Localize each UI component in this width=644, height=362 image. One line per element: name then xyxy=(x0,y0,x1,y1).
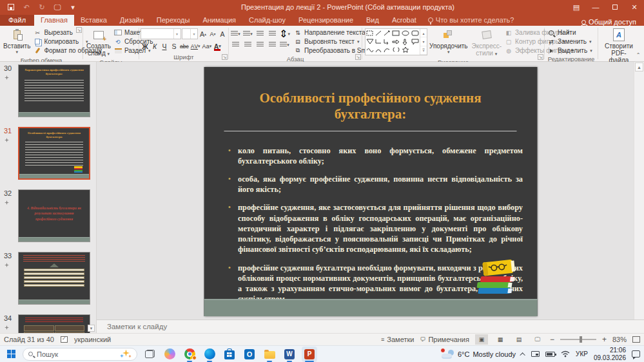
battery-icon[interactable] xyxy=(545,352,555,357)
minimize-button[interactable]: — xyxy=(586,0,605,14)
thumbnail-scroll-down-icon[interactable]: ▼ xyxy=(88,325,95,332)
new-slide-button[interactable]: Создатьслайд ▾ xyxy=(84,27,113,58)
normal-view-button[interactable]: ▣ xyxy=(475,334,488,345)
notes-toggle-button[interactable]: ≡Заметки xyxy=(381,336,414,343)
tell-me-box[interactable]: Что вы хотите сделать? xyxy=(423,15,520,26)
powerpoint-button[interactable]: P xyxy=(302,347,317,362)
bullets-button[interactable]: ▾ xyxy=(230,29,241,39)
keyboard-language[interactable]: УКР xyxy=(576,350,588,357)
ribbon-display-options-icon[interactable]: ▤ xyxy=(567,0,586,14)
redo-icon[interactable]: ↻ xyxy=(37,3,46,11)
zoom-in-icon[interactable]: + xyxy=(602,335,607,344)
tab-home[interactable]: Главная xyxy=(34,15,74,26)
restore-button[interactable] xyxy=(605,0,625,14)
slide-canvas[interactable]: Особливості професійного судження бухгал… xyxy=(204,67,537,316)
slide-thumbnail-33[interactable] xyxy=(18,252,90,305)
hidden-icons-chevron[interactable] xyxy=(520,352,525,357)
close-button[interactable]: ✕ xyxy=(625,0,644,14)
italic-button[interactable]: К xyxy=(150,41,159,51)
start-slideshow-icon[interactable]: 🖵 xyxy=(53,3,62,11)
create-pdf-button[interactable]: СтворитиPDF-файла xyxy=(600,27,638,65)
shapes-gallery-scroll[interactable]: ▴▾⊽ xyxy=(420,29,427,55)
strikethrough-button[interactable]: abc xyxy=(179,41,190,51)
font-size-combo[interactable]: ▾ xyxy=(182,28,198,39)
align-center-button[interactable] xyxy=(242,40,253,50)
outlook-button[interactable]: O xyxy=(242,347,257,362)
slide-thumbnail-34[interactable] xyxy=(18,314,90,333)
undo-icon[interactable]: ↶ xyxy=(22,3,31,11)
zoom-out-icon[interactable]: − xyxy=(550,335,554,344)
grow-font-button[interactable]: А▴ xyxy=(199,29,208,39)
bold-button[interactable]: Ж xyxy=(141,41,150,51)
chrome-button[interactable] xyxy=(182,347,197,362)
arrange-button[interactable]: Упорядочить▾ xyxy=(427,27,470,56)
edge-button[interactable] xyxy=(202,347,217,362)
slide-thumbnail-30[interactable]: Характеристика професійного судження бух… xyxy=(18,64,90,117)
task-view-button[interactable] xyxy=(142,347,157,362)
tab-acrobat[interactable]: Acrobat xyxy=(385,15,423,26)
slide-thumbnail-31-selected[interactable]: Особливості професійного судження бухгал… xyxy=(18,127,90,180)
paste-button[interactable]: Вставить▾ xyxy=(1,27,32,56)
tab-view[interactable]: Вид xyxy=(360,15,385,26)
increase-indent-button[interactable] xyxy=(267,29,278,39)
select-button[interactable]: Выделить▾ xyxy=(546,46,594,55)
slide-sorter-view-button[interactable]: ▦ xyxy=(494,334,507,345)
share-button[interactable]: Общий доступ xyxy=(581,18,644,26)
tab-review[interactable]: Рецензирование xyxy=(292,15,360,26)
clipboard-dialog-launcher[interactable]: ↘ xyxy=(76,27,82,33)
word-button[interactable]: W xyxy=(282,347,297,362)
quick-styles-button[interactable]: Экспресс-стили ▾ xyxy=(470,27,504,58)
taskbar-search-box[interactable]: Пошук xyxy=(23,348,137,361)
save-icon[interactable] xyxy=(6,3,15,11)
drawing-dialog-launcher[interactable]: ↘ xyxy=(538,54,543,60)
paragraph-dialog-launcher[interactable]: ↘ xyxy=(355,54,361,60)
line-spacing-button[interactable]: ⇕▾ xyxy=(279,29,290,39)
cast-icon[interactable] xyxy=(531,351,540,357)
copilot-button[interactable] xyxy=(162,347,177,362)
align-left-button[interactable] xyxy=(230,40,241,50)
collapse-ribbon-icon[interactable]: ⌃ xyxy=(635,52,641,59)
font-name-combo[interactable]: ▾ xyxy=(141,28,181,39)
notes-pane[interactable]: Заметки к слайду xyxy=(97,319,644,333)
numbering-button[interactable]: ▾ xyxy=(242,29,253,39)
font-dialog-launcher[interactable]: ↘ xyxy=(222,54,228,60)
reading-view-button[interactable]: ▤ xyxy=(512,334,525,345)
underline-button[interactable]: Ч xyxy=(160,41,169,51)
text-shadow-button[interactable]: S xyxy=(170,41,179,51)
proofing-icon[interactable] xyxy=(61,336,68,343)
wifi-icon[interactable] xyxy=(561,350,570,357)
scroll-up-icon[interactable]: ▲ xyxy=(635,62,643,71)
clock[interactable]: 21:06 09.03.2026 xyxy=(594,347,626,362)
slideshow-view-button[interactable]: 🖵 xyxy=(531,334,544,345)
tab-file[interactable]: Файл xyxy=(0,15,34,26)
slide-thumbnail-32[interactable]: 4. Відповідальність бухгалтера як резуль… xyxy=(18,189,90,242)
tab-transitions[interactable]: Переходы xyxy=(150,15,197,26)
change-case-button[interactable]: Аа▾ xyxy=(202,41,213,51)
customize-qat-icon[interactable]: ▾ xyxy=(68,3,77,11)
weather-widget[interactable]: 6°C Mostly cloudy xyxy=(442,350,516,359)
clear-formatting-button[interactable]: А xyxy=(218,29,227,39)
tab-slideshow[interactable]: Слайд-шоу xyxy=(242,15,292,26)
vertical-scrollbar[interactable]: ▲ xyxy=(634,62,644,319)
slide-title[interactable]: Особливості професійного судження бухгал… xyxy=(234,90,507,122)
shrink-font-button[interactable]: А▾ xyxy=(208,29,217,39)
align-right-button[interactable] xyxy=(255,40,266,50)
justify-button[interactable] xyxy=(267,40,278,50)
tab-design[interactable]: Дизайн xyxy=(113,15,150,26)
columns-button[interactable]: ▾ xyxy=(279,40,290,50)
zoom-slider[interactable] xyxy=(560,339,596,340)
language-indicator[interactable]: украинский xyxy=(74,336,111,343)
notification-center-icon[interactable] xyxy=(632,350,640,357)
comments-toggle-button[interactable]: 🗩Примечания xyxy=(420,336,469,343)
slide-editing-area[interactable]: Особливості професійного судження бухгал… xyxy=(97,62,644,319)
zoom-level[interactable]: 83% xyxy=(612,336,627,343)
shapes-gallery[interactable]: ▴▾⊽ xyxy=(365,28,427,55)
start-button[interactable] xyxy=(4,347,18,361)
microsoft-store-button[interactable] xyxy=(222,347,237,362)
tab-animations[interactable]: Анимация xyxy=(196,15,242,26)
replace-button[interactable]: ⇄Заменить▾ xyxy=(546,37,594,46)
character-spacing-button[interactable]: АV▾ xyxy=(190,41,201,51)
fit-slide-to-window-icon[interactable] xyxy=(632,336,640,343)
tab-insert[interactable]: Вставка xyxy=(74,15,113,26)
zoom-slider-thumb[interactable] xyxy=(580,336,582,343)
